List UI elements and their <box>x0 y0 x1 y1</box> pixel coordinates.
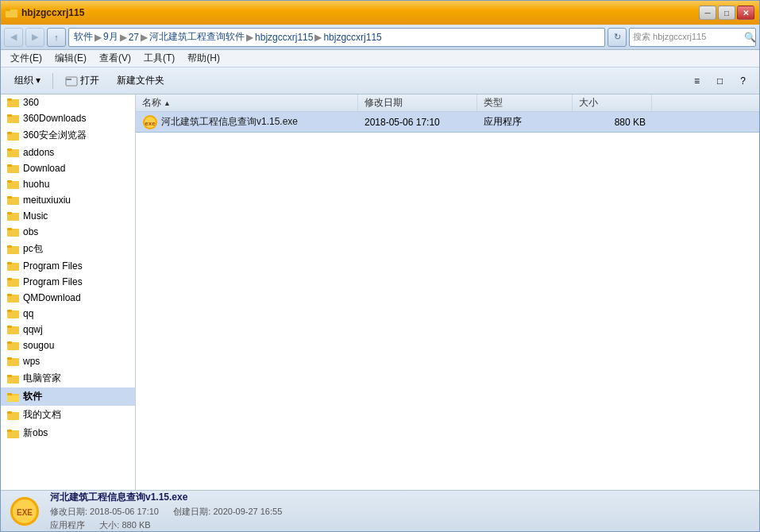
explorer-window: hbjzgccxrj115 ─ □ ✕ ◀ ▶ ↑ 软件 ▶ 9月 ▶ 27 ▶… <box>0 0 760 532</box>
folder-icon <box>7 97 20 108</box>
window-icon <box>6 6 18 19</box>
sidebar-item-download[interactable]: Download <box>1 160 135 176</box>
svg-rect-17 <box>7 196 12 199</box>
menu-view[interactable]: 查看(V) <box>93 50 137 67</box>
sidebar-item-360[interactable]: 360 <box>1 94 135 110</box>
svg-rect-7 <box>7 114 12 117</box>
folder-icon <box>7 113 20 124</box>
sidebar-item-obs[interactable]: obs <box>1 224 135 240</box>
help-button[interactable]: ? <box>733 71 753 91</box>
file-date-cell: 2018-05-06 17:10 <box>358 115 477 129</box>
col-header-type[interactable]: 类型 <box>477 94 573 111</box>
forward-button[interactable]: ▶ <box>25 28 44 47</box>
folder-icon <box>7 210 20 222</box>
sidebar-item-music[interactable]: Music <box>1 208 135 224</box>
sidebar-item-programfiles2[interactable]: Program Files <box>1 274 135 290</box>
search-box[interactable]: 🔍 <box>629 28 756 47</box>
svg-rect-27 <box>7 278 12 280</box>
sidebar-item-software[interactable]: 软件 <box>1 387 135 406</box>
folder-icon <box>7 292 20 303</box>
folder-icon <box>7 179 20 190</box>
address-bar: ◀ ▶ ↑ 软件 ▶ 9月 ▶ 27 ▶ 河北建筑工程查询软件 ▶ hbjzgc… <box>1 25 759 50</box>
new-folder-button[interactable]: 新建文件夹 <box>110 71 172 91</box>
svg-rect-46 <box>7 430 12 432</box>
sidebar-item-addons[interactable]: addons <box>1 145 135 160</box>
sidebar-item-pcbao[interactable]: pc包 <box>1 240 135 258</box>
sidebar-item-wps[interactable]: wps <box>1 353 135 369</box>
exe-icon: exe <box>142 114 158 130</box>
svg-rect-35 <box>7 341 12 344</box>
breadcrumb-item[interactable]: 软件 <box>74 30 93 44</box>
toolbar: 组织 ▾ 打开 新建文件夹 ≡ □ ? <box>1 67 759 94</box>
status-bar: EXE 河北建筑工程信息查询v1.15.exe 修改日期: 2018-05-06… <box>1 490 759 531</box>
svg-rect-19 <box>7 212 12 214</box>
sidebar-item-pcguanjia[interactable]: 电脑管家 <box>1 369 135 387</box>
up-button[interactable]: ↑ <box>47 28 66 47</box>
breadcrumb-item[interactable]: 河北建筑工程查询软件 <box>149 30 245 44</box>
col-header-size[interactable]: 大小 <box>573 94 652 111</box>
svg-text:EXE: EXE <box>17 508 33 517</box>
maximize-button[interactable]: □ <box>718 6 735 20</box>
sidebar-item-huohu[interactable]: huohu <box>1 176 135 192</box>
breadcrumb-item[interactable]: 27 <box>129 32 139 43</box>
folder-icon <box>7 260 20 272</box>
menu-help[interactable]: 帮助(H) <box>181 50 226 67</box>
folder-icon <box>7 428 20 439</box>
col-header-name[interactable]: 名称 ▲ <box>136 94 358 111</box>
file-list: 名称 ▲ 修改日期 类型 大小 <box>136 94 759 490</box>
file-list-header: 名称 ▲ 修改日期 类型 大小 <box>136 94 759 112</box>
back-button[interactable]: ◀ <box>4 28 23 47</box>
sidebar-item-newobs[interactable]: 新obs <box>1 424 135 442</box>
status-info: 河北建筑工程信息查询v1.15.exe 修改日期: 2018-05-06 17:… <box>50 491 282 531</box>
preview-button[interactable]: □ <box>710 71 730 91</box>
minimize-button[interactable]: ─ <box>699 6 716 20</box>
title-bar: hbjzgccxrj115 ─ □ ✕ <box>1 1 759 25</box>
refresh-button[interactable]: ↻ <box>608 28 627 47</box>
folder-icon <box>7 308 20 319</box>
svg-rect-13 <box>7 164 12 167</box>
title-bar-controls: ─ □ ✕ <box>699 6 754 20</box>
col-header-date[interactable]: 修改日期 <box>358 94 477 111</box>
sidebar-item-meituxiuxiu[interactable]: meituxiuxiu <box>1 192 135 208</box>
sidebar-item-360downloads[interactable]: 360Downloads <box>1 110 135 126</box>
svg-rect-37 <box>7 357 12 360</box>
file-size-cell: 880 KB <box>573 115 652 129</box>
folder-icon <box>7 373 20 384</box>
search-icon[interactable]: 🔍 <box>744 32 756 43</box>
svg-rect-33 <box>7 326 12 328</box>
folder-icon <box>7 356 20 367</box>
file-row[interactable]: exe 河北建筑工程信息查询v1.15.exe 2018-05-06 17:10… <box>136 112 759 133</box>
breadcrumb-item-current[interactable]: hbjzgccxrj115 <box>323 32 381 43</box>
open-button[interactable]: 打开 <box>58 71 106 91</box>
organize-button[interactable]: 组织 ▾ <box>7 71 48 91</box>
folder-icon-open <box>7 391 20 403</box>
sidebar-item-360browser[interactable]: 360安全浏览器 <box>1 126 135 145</box>
content-area: 360 360Downloads 360安全浏览器 addons <box>1 94 759 490</box>
status-filename: 河北建筑工程信息查询v1.15.exe <box>50 491 282 504</box>
svg-rect-11 <box>7 148 12 151</box>
menu-tools[interactable]: 工具(T) <box>137 50 181 67</box>
svg-text:exe: exe <box>145 120 156 127</box>
sidebar-item-qq[interactable]: qq <box>1 306 135 322</box>
search-input[interactable] <box>633 33 743 42</box>
view-toggle-button[interactable]: ≡ <box>687 71 707 91</box>
sidebar-item-qqwj[interactable]: qqwj <box>1 322 135 337</box>
sidebar-item-mydocs[interactable]: 我的文档 <box>1 406 135 424</box>
menu-file[interactable]: 文件(E) <box>4 50 48 67</box>
breadcrumb-item[interactable]: 9月 <box>103 30 118 44</box>
folder-icon <box>7 163 20 174</box>
file-name-cell: exe 河北建筑工程信息查询v1.15.exe <box>136 113 358 132</box>
folder-icon <box>7 195 20 206</box>
svg-rect-9 <box>7 132 12 134</box>
sidebar-item-programfiles1[interactable]: Program Files <box>1 258 135 274</box>
close-button[interactable]: ✕ <box>737 6 754 20</box>
status-file-icon: EXE <box>9 495 41 527</box>
toolbar-separator <box>52 73 53 89</box>
address-breadcrumb[interactable]: 软件 ▶ 9月 ▶ 27 ▶ 河北建筑工程查询软件 ▶ hbjzgccxrj11… <box>68 28 605 47</box>
sidebar-item-qmdownload[interactable]: QMDownload <box>1 290 135 306</box>
sidebar-item-sougou[interactable]: sougou <box>1 337 135 353</box>
svg-rect-29 <box>7 294 12 296</box>
menu-edit[interactable]: 编辑(E) <box>48 50 93 67</box>
breadcrumb-item[interactable]: hbjzgccxrj115 <box>255 32 313 43</box>
folder-icon <box>7 130 20 141</box>
